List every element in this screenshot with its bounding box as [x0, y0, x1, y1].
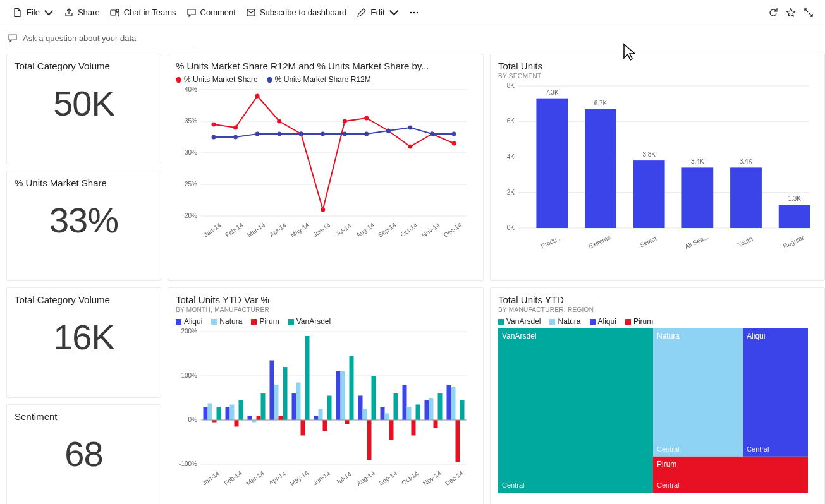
svg-text:Extreme: Extreme — [587, 234, 612, 250]
bar-chart-total-units[interactable]: Total Units BY SEGMENT 0K2K4K6K8K7.3KPro… — [490, 54, 825, 281]
edit-menu[interactable]: Edit — [351, 4, 403, 21]
legend-item: VanArsdel — [288, 317, 331, 326]
legend-item: VanArsdel — [498, 317, 541, 326]
file-label: File — [27, 8, 40, 17]
grouped-bar-ytd-var[interactable]: Total Units YTD Var % BY MONTH, MANUFACT… — [168, 287, 484, 504]
svg-text:35%: 35% — [185, 117, 197, 124]
svg-text:Select: Select — [639, 235, 657, 249]
treemap-svg: VanArsdelCentralNaturaCentralAliquiCentr… — [498, 328, 814, 499]
svg-rect-120 — [345, 420, 350, 424]
svg-rect-131 — [394, 393, 398, 420]
svg-text:6K: 6K — [507, 117, 515, 124]
svg-point-34 — [343, 132, 347, 136]
svg-point-28 — [212, 135, 216, 140]
line-chart-market-share[interactable]: % Units Market Share R12M and % Units Ma… — [168, 54, 484, 281]
svg-text:3.8K: 3.8K — [642, 151, 656, 158]
toolbar: File Share Chat in Teams Comment Subscri… — [0, 0, 825, 25]
svg-rect-62 — [536, 99, 568, 228]
svg-point-29 — [233, 135, 238, 140]
share-icon — [64, 8, 74, 18]
svg-point-17 — [233, 126, 238, 130]
svg-rect-110 — [301, 420, 305, 436]
svg-text:25%: 25% — [185, 181, 197, 188]
svg-rect-135 — [412, 420, 416, 436]
edit-label: Edit — [370, 8, 384, 17]
kpi-value: 16K — [15, 316, 153, 357]
ellipsis-icon — [409, 8, 419, 18]
file-menu[interactable]: File — [8, 4, 59, 21]
legend-item: Aliqui — [590, 317, 616, 326]
legend-item: % Units Market Share R12M — [267, 75, 371, 84]
svg-point-1 — [116, 9, 119, 12]
kpi-value: 50K — [15, 83, 153, 124]
expand-icon — [804, 8, 814, 18]
svg-point-5 — [416, 11, 417, 13]
svg-text:Aug-14: Aug-14 — [355, 221, 376, 239]
svg-text:Regular: Regular — [782, 234, 805, 249]
svg-rect-129 — [385, 414, 389, 421]
more-menu[interactable] — [404, 4, 424, 21]
svg-text:Central: Central — [657, 481, 679, 489]
legend-item: Pirum — [251, 317, 279, 326]
svg-rect-109 — [296, 383, 301, 421]
refresh-button[interactable] — [764, 4, 782, 21]
svg-rect-99 — [252, 420, 257, 423]
svg-text:6.7K: 6.7K — [594, 100, 608, 107]
svg-text:30%: 30% — [185, 149, 197, 156]
pencil-icon — [357, 8, 367, 18]
subscribe-button[interactable]: Subscribe to dashboard — [241, 4, 351, 21]
svg-point-33 — [321, 132, 325, 136]
svg-text:Apr-14: Apr-14 — [268, 222, 288, 238]
refresh-icon — [768, 8, 778, 18]
legend-item: % Units Market Share — [176, 75, 258, 84]
legend-item: Pirum — [625, 317, 653, 326]
svg-point-35 — [364, 132, 369, 136]
comment-button[interactable]: Comment — [181, 4, 241, 21]
chat-label: Chat in Teams — [124, 8, 176, 17]
svg-text:3.4K: 3.4K — [691, 158, 704, 165]
svg-rect-145 — [456, 420, 460, 462]
svg-rect-144 — [451, 387, 456, 421]
chat-teams-button[interactable]: Chat in Teams — [105, 4, 181, 21]
qa-input[interactable]: Ask a question about your data — [6, 30, 196, 47]
svg-text:Dec-14: Dec-14 — [443, 221, 463, 239]
svg-text:Natura: Natura — [657, 332, 680, 340]
svg-text:200%: 200% — [181, 328, 197, 335]
svg-text:VanArsdel: VanArsdel — [502, 332, 536, 340]
chart-subtitle: BY MONTH, MANUFACTURER — [176, 306, 475, 313]
svg-rect-91 — [217, 407, 221, 420]
favorite-button[interactable] — [782, 4, 800, 21]
svg-rect-71 — [681, 167, 713, 228]
kpi-title: Total Category Volume — [15, 61, 153, 71]
svg-rect-114 — [319, 409, 323, 421]
share-button[interactable]: Share — [59, 4, 105, 21]
kpi-units-market-share[interactable]: % Units Market Share 33% — [6, 171, 161, 281]
svg-rect-126 — [372, 376, 376, 420]
legend: % Units Market Share % Units Market Shar… — [176, 75, 475, 84]
svg-rect-146 — [460, 400, 465, 421]
treemap-total-units-ytd[interactable]: Total Units YTD BY MANUFACTURER, REGION … — [490, 287, 825, 504]
fullscreen-button[interactable] — [800, 4, 817, 21]
kpi-value: 68 — [15, 433, 153, 474]
kpi-sentiment[interactable]: Sentiment 68 — [6, 404, 161, 504]
svg-rect-143 — [447, 385, 451, 420]
chart-title: Total Units YTD — [498, 294, 817, 305]
chevron-down-icon — [44, 8, 54, 18]
svg-text:0%: 0% — [188, 416, 198, 423]
svg-point-19 — [277, 119, 281, 124]
star-icon — [786, 8, 796, 18]
kpi-total-category-volume-2[interactable]: Total Category Volume 16K — [6, 287, 161, 398]
svg-text:Sep-14: Sep-14 — [377, 221, 398, 239]
svg-rect-134 — [407, 407, 412, 420]
svg-text:Nov-14: Nov-14 — [422, 469, 443, 487]
svg-rect-106 — [283, 367, 288, 420]
svg-rect-138 — [425, 400, 429, 421]
kpi-total-category-volume-1[interactable]: Total Category Volume 50K — [6, 54, 161, 164]
chart-title: Total Units — [498, 61, 817, 71]
svg-point-18 — [255, 94, 260, 99]
svg-rect-104 — [274, 385, 279, 420]
svg-text:Sep-14: Sep-14 — [377, 469, 398, 487]
svg-text:Oct-14: Oct-14 — [400, 470, 420, 486]
legend: VanArsdel Natura Aliqui Pirum — [498, 317, 817, 326]
svg-rect-136 — [416, 405, 420, 421]
